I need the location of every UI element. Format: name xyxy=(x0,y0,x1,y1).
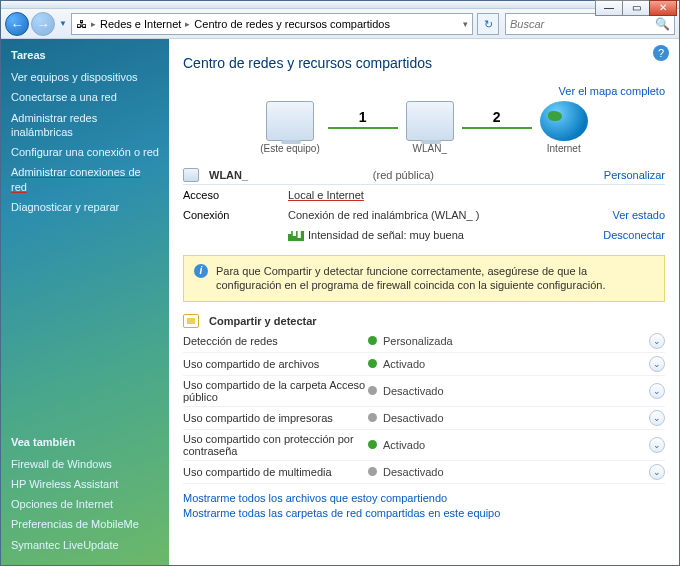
sharing-list: Detección de redesPersonalizada⌄ Uso com… xyxy=(183,330,665,484)
status-dot-on xyxy=(368,336,377,345)
show-shared-files-link[interactable]: Mostrarme todos los archivos que estoy c… xyxy=(183,492,665,504)
network-type: (red pública) xyxy=(373,169,434,181)
address-dropdown-icon[interactable]: ▾ xyxy=(463,19,468,29)
status-dot-off xyxy=(368,467,377,476)
task-manage-connections[interactable]: Administrar conexiones de red xyxy=(11,165,159,194)
link-1: 1 xyxy=(328,127,398,129)
seealso-symantec[interactable]: Symantec LiveUpdate xyxy=(11,538,159,552)
status-dot-on xyxy=(368,359,377,368)
network-header: WLAN_ (red pública) Personalizar xyxy=(183,166,665,185)
sharing-row: Uso compartido con protección por contra… xyxy=(183,430,665,461)
address-bar[interactable]: 🖧 ▸ Redes e Internet ▸ Centro de redes y… xyxy=(71,13,473,35)
task-view-devices[interactable]: Ver equipos y dispositivos xyxy=(11,70,159,84)
access-label: Acceso xyxy=(183,189,288,201)
tasks-heading: Tareas xyxy=(11,49,159,61)
expand-button[interactable]: ⌄ xyxy=(649,356,665,372)
breadcrumb-1[interactable]: Redes e Internet xyxy=(100,18,181,30)
view-full-map-link[interactable]: Ver el mapa completo xyxy=(559,85,665,97)
navbar: ← → ▼ 🖧 ▸ Redes e Internet ▸ Centro de r… xyxy=(1,9,679,39)
connection-label: Conexión xyxy=(183,209,288,221)
maximize-button[interactable]: ▭ xyxy=(622,0,650,16)
disconnect-link[interactable]: Desconectar xyxy=(603,229,665,241)
status-dot-on xyxy=(368,440,377,449)
task-diagnose-repair[interactable]: Diagnosticar y reparar xyxy=(11,200,159,214)
sharing-row: Uso compartido de archivosActivado⌄ xyxy=(183,353,665,376)
sharing-row: Uso compartido de multimediaDesactivado⌄ xyxy=(183,461,665,484)
expand-button[interactable]: ⌄ xyxy=(649,464,665,480)
sharing-row: Uso compartido de la carpeta Acceso públ… xyxy=(183,376,665,407)
network-name: WLAN_ xyxy=(209,169,367,181)
seealso-hp-wireless[interactable]: HP Wireless Assistant xyxy=(11,477,159,491)
network-map: (Este equipo) 1 WLAN_ 2 Internet xyxy=(183,101,665,154)
sharing-row: Detección de redesPersonalizada⌄ xyxy=(183,330,665,353)
back-button[interactable]: ← xyxy=(5,12,29,36)
expand-button[interactable]: ⌄ xyxy=(649,410,665,426)
view-status-link[interactable]: Ver estado xyxy=(612,209,665,221)
node-router: WLAN_ xyxy=(406,101,454,154)
breadcrumb-2[interactable]: Centro de redes y recursos compartidos xyxy=(194,18,390,30)
info-icon: i xyxy=(194,264,208,278)
forward-button[interactable]: → xyxy=(31,12,55,36)
seealso-firewall[interactable]: Firewall de Windows xyxy=(11,457,159,471)
refresh-button[interactable]: ↻ xyxy=(477,13,499,35)
sharing-icon xyxy=(183,314,199,328)
task-manage-wireless[interactable]: Administrar redes inalámbricas xyxy=(11,111,159,140)
nav-history-dropdown[interactable]: ▼ xyxy=(57,19,69,28)
firewall-info-band: i Para que Compartir y detectar funcione… xyxy=(183,255,665,302)
node-this-pc: (Este equipo) xyxy=(260,101,319,154)
help-icon[interactable]: ? xyxy=(653,45,669,61)
sharing-title: Compartir y detectar xyxy=(209,315,665,327)
network-icon xyxy=(183,168,199,182)
window: — ▭ ✕ ← → ▼ 🖧 ▸ Redes e Internet ▸ Centr… xyxy=(0,0,680,566)
signal-label: Intensidad de señal: muy buena xyxy=(308,229,464,241)
task-setup-connection[interactable]: Configurar una conexión o red xyxy=(11,145,159,159)
seealso-mobileme[interactable]: Preferencias de MobileMe xyxy=(11,517,159,531)
customize-link[interactable]: Personalizar xyxy=(604,169,665,181)
close-button[interactable]: ✕ xyxy=(649,0,677,16)
sharing-header: Compartir y detectar xyxy=(183,312,665,330)
network-location-icon: 🖧 xyxy=(76,18,87,30)
see-also-heading: Vea también xyxy=(11,436,159,448)
access-value: Local e Internet xyxy=(288,189,665,201)
task-connect-network[interactable]: Conectarse a una red xyxy=(11,90,159,104)
status-dot-off xyxy=(368,386,377,395)
expand-button[interactable]: ⌄ xyxy=(649,437,665,453)
search-input[interactable] xyxy=(510,18,655,30)
status-dot-off xyxy=(368,413,377,422)
expand-button[interactable]: ⌄ xyxy=(649,333,665,349)
sharing-row: Uso compartido de impresorasDesactivado⌄ xyxy=(183,407,665,430)
minimize-button[interactable]: — xyxy=(595,0,623,16)
show-shared-folders-link[interactable]: Mostrarme todas las carpetas de red comp… xyxy=(183,507,665,519)
router-icon xyxy=(406,101,454,141)
link-2: 2 xyxy=(462,127,532,129)
firewall-info-text: Para que Compartir y detectar funcione c… xyxy=(216,264,654,293)
connection-value: Conexión de red inalámbrica (WLAN_ ) xyxy=(288,209,612,221)
sidebar: Tareas Ver equipos y dispositivos Conect… xyxy=(1,39,169,565)
globe-icon xyxy=(540,101,588,141)
node-internet: Internet xyxy=(540,101,588,154)
expand-button[interactable]: ⌄ xyxy=(649,383,665,399)
signal-bars-icon xyxy=(288,231,304,241)
seealso-internet-options[interactable]: Opciones de Internet xyxy=(11,497,159,511)
search-icon: 🔍 xyxy=(655,17,670,31)
titlebar: — ▭ ✕ xyxy=(1,1,679,9)
main-content: ? Centro de redes y recursos compartidos… xyxy=(169,39,679,565)
page-title: Centro de redes y recursos compartidos xyxy=(183,55,665,71)
computer-icon xyxy=(266,101,314,141)
